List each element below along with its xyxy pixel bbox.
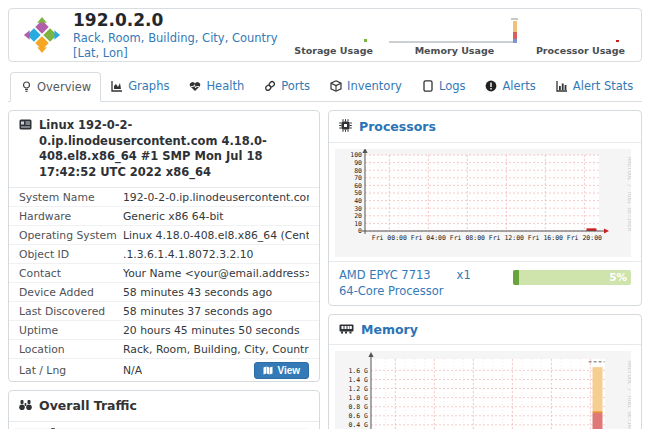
binoculars-icon	[19, 399, 32, 414]
bar-chart-icon	[556, 80, 568, 92]
table-row: LocationRack, Room, Building, City, Coun…	[9, 340, 319, 359]
table-row: Last Discovered58 minutes 37 seconds ago	[9, 302, 319, 321]
tab-overview[interactable]: Overview	[10, 72, 101, 102]
tab-alert-stats[interactable]: Alert Stats	[546, 71, 643, 101]
tab-graphs[interactable]: Graphs	[101, 71, 179, 101]
tab-label: Overview	[37, 80, 91, 94]
alert-circle-icon	[485, 80, 497, 92]
svg-text:80: 80	[354, 167, 362, 175]
processor-usage-mini[interactable]: Processor Usage	[536, 15, 625, 56]
processors-graph[interactable]: Fri 00:00Fri 04:00Fri 08:00Fri 12:00Fri …	[329, 143, 641, 261]
processors-header: Processors	[329, 111, 641, 143]
memory-usage-mini[interactable]: Memory Usage	[387, 15, 522, 56]
system-info-header: Linux 192-0-2-0.ip.linodeusercontent.com…	[9, 111, 319, 188]
tab-label: Ports	[281, 79, 310, 93]
ram-icon	[339, 323, 354, 337]
link-icon	[264, 80, 276, 92]
device-header: 192.0.2.0 Rack, Room, Building, City, Co…	[8, 8, 642, 62]
processors-title: Processors	[359, 119, 436, 134]
storage-usage-label: Storage Usage	[294, 45, 373, 56]
tab-health[interactable]: Health	[179, 71, 254, 101]
view-map-button[interactable]: View	[254, 362, 309, 379]
memory-usage-label: Memory Usage	[415, 45, 495, 56]
tab-label: Alert Stats	[573, 79, 633, 93]
svg-text:0: 0	[358, 227, 362, 235]
storage-usage-mini[interactable]: Storage Usage	[294, 15, 373, 56]
svg-text:RRDTOOL / TOBI OETIKER: RRDTOOL / TOBI OETIKER	[627, 157, 631, 232]
tab-label: Inventory	[347, 79, 402, 93]
svg-text:30: 30	[354, 205, 362, 213]
system-info-panel: Linux 192-0-2-0.ip.linodeusercontent.com…	[8, 110, 320, 382]
table-row: System Name192-0-2-0.ip.linodeuserconten…	[9, 188, 319, 207]
memory-usage-sparkline	[387, 15, 522, 45]
svg-text:20: 20	[354, 212, 362, 220]
device-title: 192.0.2.0	[73, 10, 294, 31]
tab-label: Health	[206, 79, 244, 93]
svg-text:1.2 G: 1.2 G	[348, 385, 368, 393]
svg-text:70: 70	[354, 174, 362, 182]
cpu-legend-row: AMD EPYC 7713 x1 64-Core Processor 5%	[329, 261, 641, 305]
centos-logo-icon	[23, 16, 61, 54]
svg-text:40: 40	[354, 197, 362, 205]
svg-text:10: 10	[354, 220, 362, 228]
device-tabbar: Overview Graphs Health Ports Inventory	[8, 71, 642, 102]
svg-text:60: 60	[354, 182, 362, 190]
id-card-icon	[19, 119, 32, 133]
svg-text:0.6 G: 0.6 G	[348, 412, 368, 420]
tab-latency[interactable]: Latency	[643, 71, 650, 101]
svg-text:50: 50	[354, 189, 362, 197]
cpu-count: x1	[457, 268, 471, 284]
table-row: HardwareGeneric x86 64-bit	[9, 207, 319, 226]
svg-text:Fri 20:00: Fri 20:00	[567, 234, 602, 242]
cpu-icon	[339, 119, 352, 135]
overall-traffic-title: Overall Traffic	[39, 398, 137, 413]
processor-usage-sparkline	[538, 15, 622, 45]
map-icon	[263, 366, 273, 375]
cube-icon	[330, 80, 342, 92]
tab-label: Graphs	[128, 79, 169, 93]
memory-header: Memory	[329, 315, 641, 345]
content: Linux 192-0-2-0.ip.linodeusercontent.com…	[8, 102, 642, 429]
overall-traffic-panel: Overall Traffic Fri 00:00Fri 04:00Fri 08…	[8, 390, 320, 429]
heart-icon	[189, 80, 201, 92]
page: 192.0.2.0 Rack, Room, Building, City, Co…	[0, 0, 650, 429]
svg-text:RRDTOOL / TOBI OETIKER: RRDTOOL / TOBI OETIKER	[627, 361, 631, 429]
system-info-title: Linux 192-0-2-0.ip.linodeusercontent.com…	[39, 118, 309, 180]
right-column: Processors Fri 00:00Fri 04:00Fri 08:00Fr…	[328, 110, 642, 429]
svg-text:1.4 G: 1.4 G	[348, 376, 368, 384]
svg-text:Fri 16:00: Fri 16:00	[528, 234, 563, 242]
storage-usage-sparkline	[298, 15, 370, 45]
overall-traffic-graph[interactable]: Fri 00:00Fri 04:00Fri 08:00Fri 12:00Fri …	[9, 422, 319, 429]
tab-ports[interactable]: Ports	[254, 71, 320, 101]
left-column: Linux 192-0-2-0.ip.linodeusercontent.com…	[8, 110, 320, 429]
cpu-usage-percent: 5%	[609, 270, 627, 285]
cpu-desc-link[interactable]: 64-Core Processor	[339, 284, 443, 298]
usage-minigraphs: Storage Usage Memory Usage Processor Usa…	[294, 15, 627, 56]
memory-panel: Memory Fri 00:00Fri 04:00Fri 08:00Fri 12…	[328, 314, 642, 429]
svg-text:0.8 G: 0.8 G	[348, 403, 368, 411]
svg-text:Fri 04:00: Fri 04:00	[411, 234, 446, 242]
table-row: Device Added58 minutes 43 seconds ago	[9, 283, 319, 302]
table-row: Object ID.1.3.6.1.4.1.8072.3.2.10	[9, 245, 319, 264]
tab-label: Alerts	[502, 79, 535, 93]
svg-text:Fri 00:00: Fri 00:00	[372, 234, 407, 242]
table-row: Uptime20 hours 45 minutes 50 seconds	[9, 321, 319, 340]
svg-text:1.0 G: 1.0 G	[348, 394, 368, 402]
svg-text:100: 100	[350, 151, 362, 159]
tab-label: Logs	[439, 79, 466, 93]
table-row: ContactYour Name <your@email.address>	[9, 264, 319, 283]
cpu-usage-bar: 5%	[513, 270, 631, 285]
system-info-table: System Name192-0-2-0.ip.linodeuserconten…	[9, 188, 319, 381]
svg-text:Fri 12:00: Fri 12:00	[489, 234, 524, 242]
tab-alerts[interactable]: Alerts	[475, 71, 545, 101]
tab-logs[interactable]: Logs	[412, 71, 476, 101]
memory-graph[interactable]: Fri 00:00Fri 04:00Fri 08:00Fri 12:00Fri …	[329, 345, 641, 429]
table-row: Operating SystemLinux 4.18.0-408.el8.x86…	[9, 226, 319, 245]
device-location-link[interactable]: Rack, Room, Building, City, Country [Lat…	[73, 31, 294, 60]
cpu-name-link[interactable]: AMD EPYC 7713	[339, 268, 431, 284]
tab-inventory[interactable]: Inventory	[320, 71, 412, 101]
journal-icon	[422, 80, 434, 92]
svg-text:90: 90	[354, 159, 362, 167]
memory-title: Memory	[361, 322, 418, 337]
processors-panel: Processors Fri 00:00Fri 04:00Fri 08:00Fr…	[328, 110, 642, 306]
